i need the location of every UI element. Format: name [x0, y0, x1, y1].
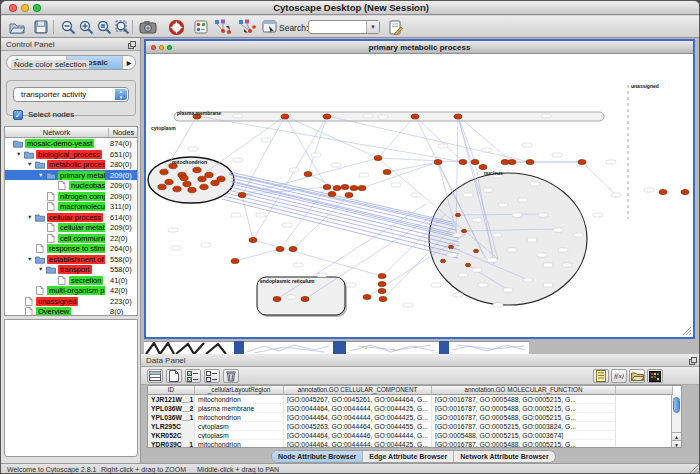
network-node[interactable] — [249, 237, 257, 242]
node-label-box[interactable] — [537, 253, 547, 257]
table-cell[interactable]: YDR039C__1 — [148, 440, 195, 448]
table-cell[interactable]: [GO:0044464, GO:0044446, GO:0044444, G..… — [284, 431, 432, 440]
network-node[interactable] — [508, 159, 516, 164]
network-edge[interactable] — [308, 116, 327, 174]
network-node[interactable] — [217, 176, 225, 182]
node-label-box[interactable] — [286, 295, 296, 299]
zoom-in-icon[interactable] — [76, 18, 96, 36]
node-label-box[interactable] — [391, 183, 401, 187]
tree-row[interactable]: secretion41(0) — [5, 275, 138, 286]
table-cell[interactable]: [GO:0045263, GO:0044464, GO:0044455, G..… — [284, 422, 432, 431]
search-input[interactable]: ▼ — [308, 20, 380, 34]
tree-row[interactable]: ▼biological_process651(0) — [5, 149, 138, 160]
node-label-box[interactable] — [498, 203, 508, 207]
network-node[interactable] — [471, 159, 479, 164]
network-node[interactable] — [333, 185, 341, 190]
load-attributes-icon[interactable] — [629, 369, 645, 383]
node-label-box[interactable] — [493, 303, 503, 307]
tree-row[interactable]: ▼metabolic process280(0) — [5, 159, 138, 170]
node-label-box[interactable] — [543, 263, 553, 267]
network-node[interactable] — [289, 246, 297, 251]
table-cell[interactable]: [GO:0044464, GO:0044444, GO:0044425, G..… — [284, 404, 432, 413]
network-tree-header[interactable]: Network Nodes — [5, 127, 137, 138]
save-icon[interactable] — [31, 18, 51, 36]
network-edge[interactable] — [280, 187, 327, 249]
node-label-box[interactable] — [403, 303, 413, 307]
tree-row[interactable]: ▼cellular process614(0) — [5, 212, 138, 223]
background-frame-2[interactable] — [244, 341, 333, 355]
node-label-box[interactable] — [453, 293, 463, 297]
edge-bundle[interactable] — [232, 182, 457, 236]
node-label-box[interactable] — [431, 283, 441, 287]
node-label-box[interactable] — [644, 188, 654, 192]
node-label-box[interactable] — [593, 213, 603, 217]
network-node[interactable] — [448, 245, 453, 249]
tree-row[interactable]: nitrogen compo209(0) — [5, 191, 138, 202]
table-cell[interactable]: [GO:0016787, GO:0005215, GO:0003824, G..… — [432, 422, 616, 431]
node-label-box[interactable] — [363, 114, 373, 118]
network-node[interactable] — [378, 288, 386, 293]
network-node[interactable] — [273, 296, 281, 301]
node-label-box[interactable] — [478, 283, 488, 287]
node-label-box[interactable] — [331, 163, 341, 167]
background-frame-1[interactable] — [144, 341, 234, 355]
attribute-table[interactable]: ID_cellularLayoutRegionannotation.GO CEL… — [147, 385, 682, 448]
node-label-box[interactable] — [378, 115, 388, 119]
import-attributes-icon[interactable] — [593, 369, 609, 383]
network-node[interactable] — [455, 213, 460, 217]
tree-expand-icon[interactable]: ▼ — [38, 266, 43, 272]
open-file-icon[interactable] — [7, 18, 27, 36]
network-node[interactable] — [358, 185, 366, 190]
float-panel-icon[interactable] — [128, 41, 136, 49]
table-cell[interactable]: mitochondrion — [195, 440, 284, 448]
network-node[interactable] — [374, 155, 382, 160]
node-label-box[interactable] — [458, 273, 468, 277]
table-cell[interactable]: [GO:0016787, GO:0005488, GO:0005215, G..… — [432, 413, 616, 422]
table-cell[interactable]: YLR295C — [148, 422, 195, 431]
table-cell[interactable]: [GO:0005488, GO:0005215, GO:0003674] — [432, 431, 616, 440]
network-node[interactable] — [345, 192, 353, 197]
network-node[interactable] — [434, 159, 442, 164]
table-cell[interactable]: cytoplasm — [195, 431, 284, 440]
network-node[interactable] — [479, 164, 487, 169]
background-frame-4[interactable] — [449, 341, 529, 355]
snapshot-icon[interactable] — [138, 18, 158, 36]
network-node[interactable] — [323, 184, 331, 189]
tree-row[interactable]: nucleobase-co209(0) — [5, 180, 138, 191]
tab-overflow-arrow-icon[interactable]: ▶ — [123, 56, 135, 69]
node-label-box[interactable] — [201, 243, 211, 247]
table-cell[interactable]: [GO:0045267, GO:0045261, GO:0044464, G..… — [284, 395, 432, 404]
tab-network-attribute-browser[interactable]: Network Attribute Browser — [454, 451, 554, 462]
tree-row[interactable]: macromolecule311(0) — [5, 201, 138, 212]
background-frame-3[interactable] — [346, 341, 439, 355]
node-label-box[interactable] — [359, 173, 369, 177]
tree-row[interactable]: ▼transport558(0) — [5, 264, 138, 275]
node-label-box[interactable] — [472, 218, 482, 222]
network-edge[interactable] — [305, 214, 436, 299]
node-label-box[interactable] — [492, 233, 502, 237]
network-edge[interactable] — [285, 116, 378, 158]
tab-node-attribute-browser[interactable]: Node Attribute Browser — [272, 451, 363, 462]
network-node[interactable] — [379, 296, 387, 301]
vizmapper-icon-1[interactable] — [213, 18, 233, 36]
network-node[interactable] — [238, 192, 246, 197]
network-node[interactable] — [578, 159, 586, 164]
network-node[interactable] — [198, 176, 206, 182]
zoom-out-icon[interactable] — [58, 18, 78, 36]
node-label-box[interactable] — [541, 114, 551, 118]
network-node[interactable] — [205, 172, 213, 178]
network-node[interactable] — [281, 114, 289, 119]
network-edge[interactable] — [235, 249, 280, 261]
network-node[interactable] — [304, 171, 312, 176]
combo-stepper-icon[interactable]: ▲▼ — [115, 89, 127, 100]
node-label-box[interactable] — [447, 253, 457, 257]
network-node[interactable] — [183, 181, 191, 187]
node-label-box[interactable] — [553, 228, 563, 232]
node-label-box[interactable] — [611, 193, 621, 197]
network-edge[interactable] — [458, 116, 512, 162]
network-node[interactable] — [459, 159, 467, 164]
tree-expand-icon[interactable]: ▼ — [16, 151, 21, 157]
node-label-box[interactable] — [552, 153, 562, 157]
edit-select-icon[interactable] — [259, 18, 279, 36]
node-label-box[interactable] — [231, 213, 241, 217]
